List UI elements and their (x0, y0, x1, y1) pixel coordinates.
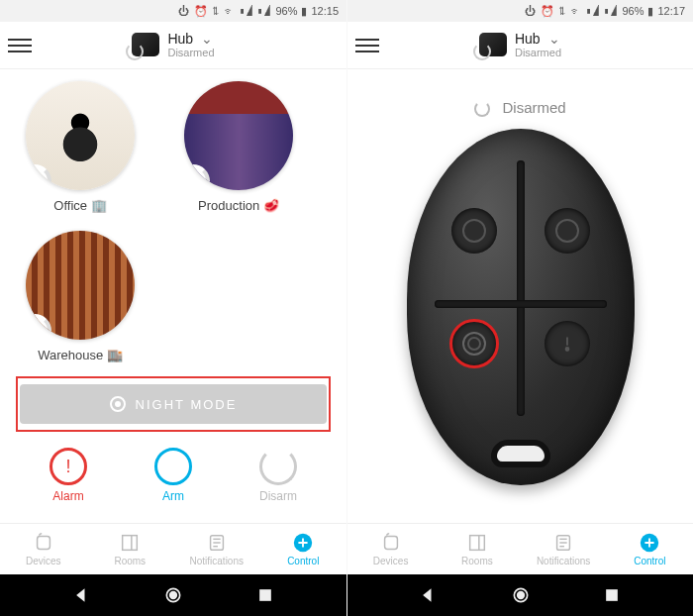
spinner-icon (474, 101, 490, 117)
night-mode-label: NIGHT MODE (136, 397, 238, 412)
disarm-button[interactable]: Disarm (259, 448, 297, 503)
room-production[interactable]: Production 🥩 (174, 81, 303, 213)
rooms-content: Office 🏢 Production 🥩 Warehouse 🏬 NIGHT … (0, 69, 346, 523)
hub-title: Hub (515, 31, 541, 47)
svg-point-11 (565, 348, 568, 351)
tab-control[interactable]: Control (260, 532, 347, 566)
spinner-icon (26, 314, 51, 340)
room-label: Office 🏢 (53, 198, 106, 213)
chevron-down-icon: ⌄ (197, 31, 213, 47)
battery-percent: 96% (275, 5, 297, 17)
arm-icon (154, 448, 192, 485)
status-icons: ⏻ ⏰ ⇅ ᯤ ▮◢ ▮◢ (525, 5, 618, 18)
svg-rect-21 (606, 589, 618, 601)
night-mode-button[interactable]: NIGHT MODE (20, 384, 327, 424)
tab-devices[interactable]: Devices (0, 532, 87, 566)
room-office[interactable]: Office 🏢 (16, 81, 145, 213)
nav-recent-icon[interactable] (602, 585, 622, 605)
alarm-icon: ! (50, 448, 87, 485)
clock: 12:17 (657, 5, 685, 17)
disarm-icon (259, 448, 297, 485)
menu-icon[interactable] (355, 34, 379, 57)
nav-home-icon[interactable] (163, 585, 183, 605)
android-nav (347, 574, 693, 616)
nav-home-icon[interactable] (511, 585, 531, 605)
spinner-icon (184, 164, 210, 190)
android-nav (0, 574, 346, 616)
nav-recent-icon[interactable] (255, 585, 275, 605)
app-header: Hub ⌄ Disarmed (0, 22, 346, 69)
status-icons: ⏻ ⏰ ⇅ ᯤ ▮◢ ▮◢ (178, 5, 271, 18)
keyfob-cross (435, 300, 607, 308)
action-row: ! Alarm Arm Disarm (16, 448, 331, 503)
keyfob-disarm-button[interactable] (544, 208, 590, 254)
phone-right: ⏻ ⏰ ⇅ ᯤ ▮◢ ▮◢ 96% ▮ 12:17 Hub ⌄ Disarmed… (346, 0, 693, 616)
nav-back-icon[interactable] (419, 585, 439, 605)
svg-point-8 (170, 592, 177, 599)
status-bar: ⏻ ⏰ ⇅ ᯤ ▮◢ ▮◢ 96% ▮ 12:15 (0, 0, 346, 22)
alarm-button[interactable]: ! Alarm (50, 448, 87, 503)
keyfob-panic-button[interactable] (544, 321, 590, 366)
svg-rect-1 (123, 536, 138, 551)
app-header: Hub ⌄ Disarmed (347, 22, 693, 69)
clock: 12:15 (311, 5, 339, 17)
keyfob-lanyard (491, 440, 550, 467)
bottom-tabs: Devices Rooms Notifications Control (347, 523, 693, 574)
hub-selector[interactable]: Hub ⌄ Disarmed (379, 32, 661, 58)
nav-back-icon[interactable] (72, 585, 92, 605)
room-image (184, 81, 293, 190)
svg-rect-13 (470, 536, 485, 551)
status-bar: ⏻ ⏰ ⇅ ᯤ ▮◢ ▮◢ 96% ▮ 12:17 (347, 0, 693, 22)
tab-devices[interactable]: Devices (347, 532, 434, 566)
room-label: Production 🥩 (198, 198, 279, 213)
hub-selector[interactable]: Hub ⌄ Disarmed (32, 32, 315, 58)
keyfob-content: Disarmed (347, 69, 693, 523)
svg-rect-0 (37, 537, 50, 550)
room-image (26, 231, 135, 340)
room-warehouse[interactable]: Warehouse 🏬 (16, 231, 145, 362)
keyfob-night-button[interactable] (451, 321, 497, 366)
night-mode-icon (110, 396, 126, 412)
tab-control[interactable]: Control (607, 532, 693, 566)
tab-notifications[interactable]: Notifications (173, 532, 260, 566)
bottom-tabs: Devices Rooms Notifications Control (0, 523, 346, 574)
keyfob-arm-button[interactable] (451, 208, 497, 254)
tab-rooms[interactable]: Rooms (87, 532, 174, 566)
menu-icon[interactable] (8, 34, 32, 57)
arm-button[interactable]: Arm (154, 448, 192, 503)
keyfob (407, 129, 635, 485)
tab-rooms[interactable]: Rooms (434, 532, 520, 566)
hub-status: Disarmed (515, 47, 561, 58)
hub-status: Disarmed (167, 47, 214, 58)
night-mode-highlight: NIGHT MODE (16, 376, 331, 432)
room-label: Warehouse 🏬 (38, 348, 123, 362)
hub-title: Hub (167, 31, 193, 47)
tab-notifications[interactable]: Notifications (521, 532, 607, 566)
chevron-down-icon: ⌄ (544, 31, 560, 47)
hub-icon (479, 33, 507, 56)
keyfob-cross (517, 160, 525, 416)
spinner-icon (26, 164, 51, 190)
arming-status: Disarmed (363, 81, 677, 123)
svg-rect-9 (259, 589, 271, 601)
hub-icon (132, 33, 159, 56)
svg-point-20 (517, 592, 524, 599)
phone-left: ⏻ ⏰ ⇅ ᯤ ▮◢ ▮◢ 96% ▮ 12:15 Hub ⌄ Disarmed… (0, 0, 346, 616)
svg-rect-12 (384, 537, 397, 550)
battery-percent: 96% (622, 5, 644, 17)
room-image (26, 81, 135, 190)
